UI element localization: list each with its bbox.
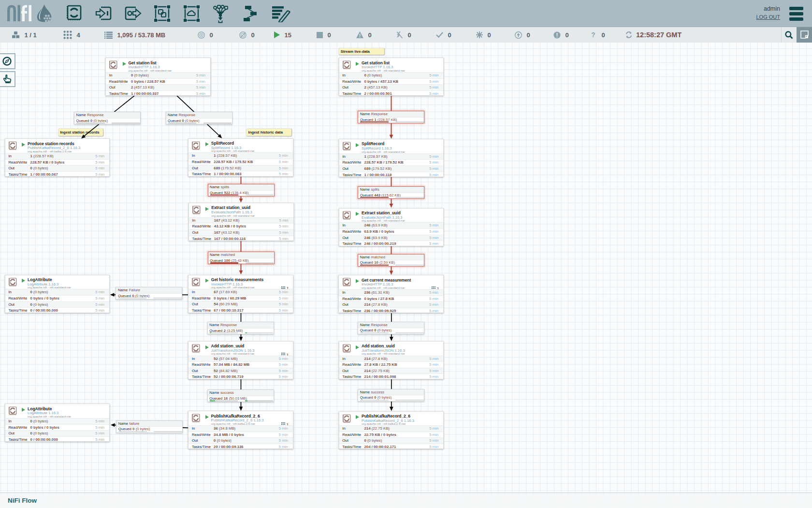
svg-text:?: ?: [591, 31, 595, 39]
